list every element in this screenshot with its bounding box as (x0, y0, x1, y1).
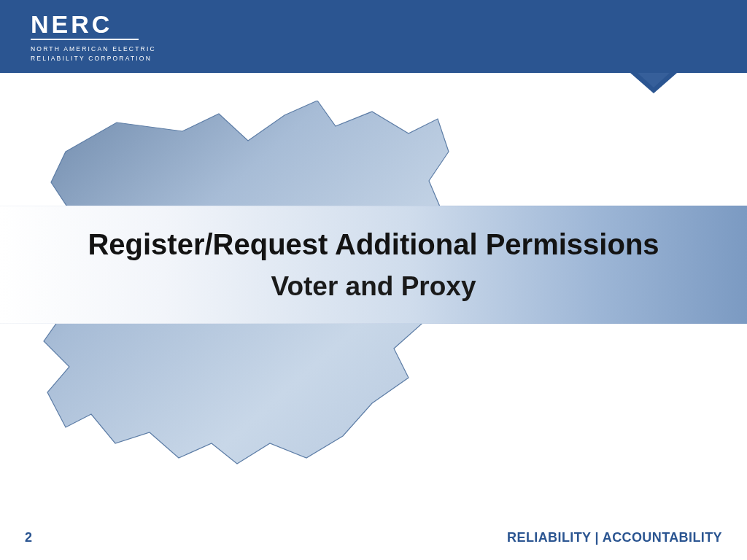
logo-subtitle-line2: RELIABILITY CORPORATION (31, 54, 156, 63)
header-bar: NERC NORTH AMERICAN ELECTRIC RELIABILITY… (0, 0, 747, 73)
logo-underline (31, 39, 139, 40)
slide-title-line2: Voter and Proxy (271, 271, 476, 302)
presentation-slide: NERC NORTH AMERICAN ELECTRIC RELIABILITY… (0, 0, 747, 560)
logo-block: NERC NORTH AMERICAN ELECTRIC RELIABILITY… (31, 10, 156, 63)
page-number: 2 (25, 530, 32, 545)
slide-footer: 2 RELIABILITY | ACCOUNTABILITY (0, 530, 747, 545)
logo-text: NERC (31, 10, 156, 39)
slide-title-line1: Register/Request Additional Permissions (88, 228, 659, 261)
logo-subtitle-line1: NORTH AMERICAN ELECTRIC (31, 44, 156, 54)
title-band: Register/Request Additional Permissions … (0, 206, 747, 324)
header-notch-inner-icon (638, 73, 670, 88)
footer-tagline: RELIABILITY | ACCOUNTABILITY (507, 530, 722, 545)
